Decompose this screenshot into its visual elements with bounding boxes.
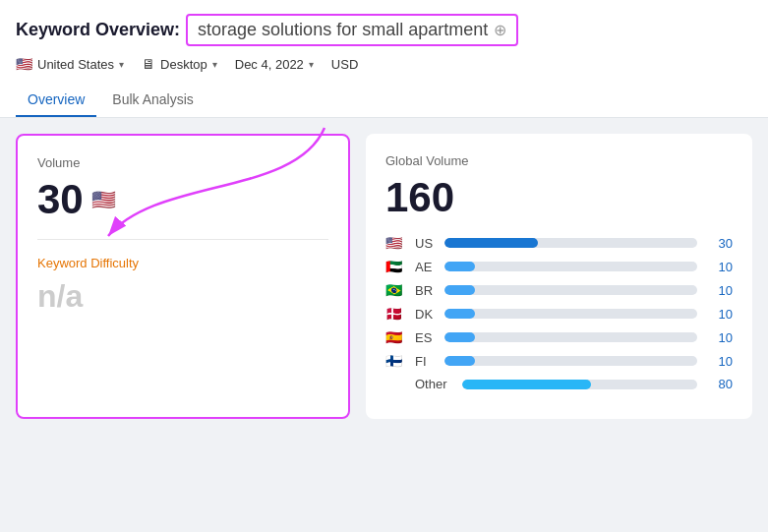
country-code-US: US [415,236,437,251]
global-volume-value: 160 [385,174,733,221]
currency-label: USD [331,57,358,72]
country-code-BR: BR [415,283,437,298]
country-value-US: 30 [705,236,733,251]
kd-label: Keyword Difficulty [37,256,328,270]
country-value-ES: 10 [705,330,733,345]
bar-fill-FI [444,356,475,366]
country-value-AE: 10 [705,260,733,274]
content-area: Volume 30 🇺🇸 Keyword Difficulty n/a Glob… [0,118,768,435]
date-label: Dec 4, 2022 [235,57,304,72]
country-label: United States [37,57,114,72]
country-filter[interactable]: 🇺🇸 United States ▾ [16,56,124,72]
volume-label: Volume [37,155,328,170]
card-divider [37,239,328,240]
country-flag-ES: 🇪🇸 [385,329,407,345]
filter-row: 🇺🇸 United States ▾ 🖥 Desktop ▾ Dec 4, 20… [16,56,752,80]
global-volume-card: Global Volume 160 🇺🇸 US 30 🇦🇪 AE 10 🇧🇷 B… [366,134,752,419]
country-value-DK: 10 [705,307,733,322]
country-code-ES: ES [415,330,437,345]
country-code-DK: DK [415,307,437,322]
country-value-FI: 10 [705,354,733,369]
country-flag-FI: 🇫🇮 [385,353,407,369]
device-filter[interactable]: 🖥 Desktop ▾ [142,56,217,72]
bar-fill-AE [444,262,475,271]
bar-fill-ES [444,332,475,342]
bar-fill-BR [444,285,475,295]
kd-value: n/a [37,278,328,315]
bar-container-BR [444,285,697,295]
date-chevron: ▾ [309,59,314,70]
tab-bulk-analysis[interactable]: Bulk Analysis [100,84,205,117]
keyword-add-icon[interactable]: ⊕ [494,21,506,39]
country-row: 🇧🇷 BR 10 [385,282,733,298]
country-row: 🇺🇸 US 30 [385,235,733,251]
country-row: 🇦🇪 AE 10 [385,259,733,274]
country-flag: 🇺🇸 [16,56,32,72]
country-row: 🇩🇰 DK 10 [385,306,733,322]
keyword-value-box[interactable]: storage solutions for small apartment ⊕ [186,14,518,46]
desktop-icon: 🖥 [142,56,155,72]
bar-container-AE [444,262,697,271]
country-flag-BR: 🇧🇷 [385,282,407,298]
keyword-overview-label: Keyword Overview: [16,20,180,40]
global-volume-label: Global Volume [385,153,733,168]
countries-list: 🇺🇸 US 30 🇦🇪 AE 10 🇧🇷 BR 10 🇩🇰 DK [385,235,733,369]
device-label: Desktop [160,57,207,72]
other-bar-container [462,380,697,389]
keyword-value-text: storage solutions for small apartment [198,20,488,40]
bar-container-US [444,238,697,248]
country-flag-DK: 🇩🇰 [385,306,407,322]
country-code-FI: FI [415,354,437,369]
country-value-BR: 10 [705,283,733,298]
country-code-AE: AE [415,260,437,274]
other-bar-fill [462,380,591,389]
bar-fill-US [444,238,538,248]
currency-filter[interactable]: USD [331,57,358,72]
country-flag-US: 🇺🇸 [385,235,407,251]
volume-flag: 🇺🇸 [91,188,116,211]
other-value: 80 [705,377,733,391]
volume-card: Volume 30 🇺🇸 Keyword Difficulty n/a [16,134,350,419]
other-row: Other 80 [385,377,733,391]
volume-number: 30 [37,176,84,223]
tabs-row: Overview Bulk Analysis [16,84,752,117]
other-label: Other [415,377,454,391]
country-flag-AE: 🇦🇪 [385,259,407,274]
tab-overview[interactable]: Overview [16,84,96,117]
country-chevron: ▾ [119,59,124,70]
bar-fill-DK [444,309,475,319]
volume-value-row: 30 🇺🇸 [37,176,328,223]
date-filter[interactable]: Dec 4, 2022 ▾ [235,57,314,72]
bar-container-DK [444,309,697,319]
page-header: Keyword Overview: storage solutions for … [0,0,768,118]
keyword-title-row: Keyword Overview: storage solutions for … [16,14,752,46]
bar-container-ES [444,332,697,342]
device-chevron: ▾ [212,59,217,70]
country-row: 🇪🇸 ES 10 [385,329,733,345]
bar-container-FI [444,356,697,366]
country-row: 🇫🇮 FI 10 [385,353,733,369]
